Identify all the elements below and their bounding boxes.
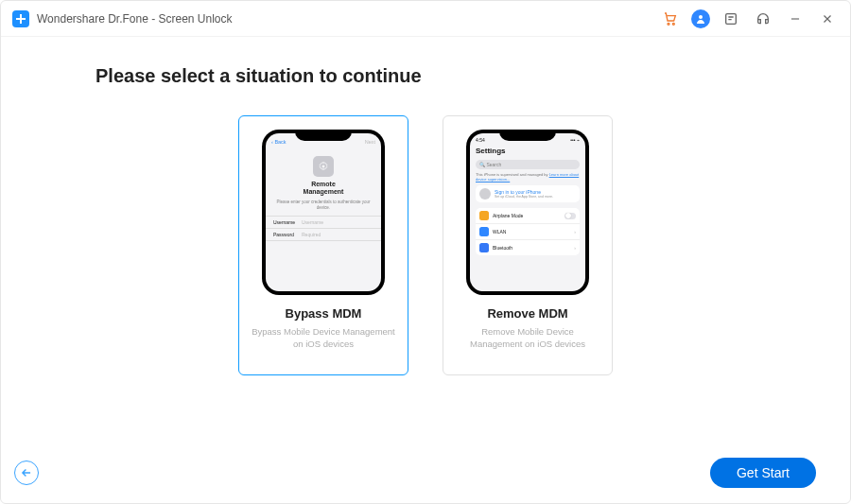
- card-bypass-mdm[interactable]: ‹ Back Next Remote Management Please ent…: [238, 115, 408, 375]
- page-heading: Please select a situation to continue: [96, 65, 793, 87]
- phone-mock-remove: 4:54 ••• ⌁ Settings 🔍 Search This iPhone…: [466, 130, 589, 295]
- get-start-button[interactable]: Get Start: [710, 458, 816, 488]
- settings-search: 🔍 Search: [476, 160, 580, 169]
- status-icons: ••• ⌁: [570, 137, 580, 143]
- card-remove-mdm[interactable]: 4:54 ••• ⌁ Settings 🔍 Search This iPhone…: [443, 115, 613, 375]
- list-item: Bluetooth ›: [476, 240, 580, 255]
- window-title: Wondershare Dr.Fone - Screen Unlock: [37, 12, 233, 26]
- rm-title: Remote Management: [266, 181, 381, 197]
- settings-list: Airplane Mode WLAN › Bluetooth: [476, 208, 580, 255]
- app-logo-icon: [12, 10, 29, 27]
- svg-point-3: [672, 23, 674, 25]
- airplane-icon: [479, 211, 489, 220]
- svg-point-2: [668, 23, 669, 25]
- back-button[interactable]: [14, 461, 39, 485]
- toggle-icon: [564, 213, 576, 219]
- list-item: Airplane Mode: [476, 208, 580, 224]
- password-placeholder: Required: [302, 232, 321, 237]
- phone-next-label: Next: [365, 139, 375, 145]
- supervision-info: This iPhone is supervised and managed by…: [476, 172, 580, 182]
- svg-rect-1: [16, 18, 26, 20]
- status-time: 4:54: [476, 137, 485, 143]
- username-label: Username: [273, 219, 302, 225]
- chevron-right-icon: ›: [574, 229, 576, 235]
- password-label: Password: [273, 232, 302, 237]
- bluetooth-icon: [479, 243, 489, 252]
- rm-subtext: Please enter your credentials to authent…: [273, 200, 373, 211]
- cart-icon[interactable]: [659, 8, 682, 30]
- support-icon[interactable]: [752, 8, 774, 30]
- card-desc-remove: Remove Mobile Device Management on iOS d…: [455, 325, 600, 351]
- chevron-right-icon: ›: [574, 245, 576, 251]
- footer: Get Start: [1, 443, 850, 503]
- wlan-icon: [479, 227, 489, 236]
- svg-point-4: [699, 15, 703, 19]
- titlebar: Wondershare Dr.Fone - Screen Unlock: [1, 1, 850, 37]
- settings-heading: Settings: [470, 145, 585, 157]
- username-placeholder: Username: [302, 219, 323, 225]
- card-title-remove: Remove MDM: [487, 306, 567, 321]
- list-item: WLAN ›: [476, 224, 580, 240]
- close-icon[interactable]: [816, 8, 839, 30]
- feedback-icon[interactable]: [720, 8, 742, 30]
- avatar-icon: [479, 188, 491, 200]
- app-window: Wondershare Dr.Fone - Screen Unlock Plea…: [0, 0, 851, 504]
- phone-mock-bypass: ‹ Back Next Remote Management Please ent…: [262, 130, 385, 295]
- phone-back-label: ‹ Back: [271, 139, 287, 145]
- svg-point-6: [322, 165, 325, 168]
- option-cards: ‹ Back Next Remote Management Please ent…: [58, 115, 793, 375]
- signin-sub: Set up iCloud, the App Store, and more.: [495, 195, 553, 199]
- card-desc-bypass: Bypass Mobile Device Management on iOS d…: [251, 325, 396, 351]
- gear-icon: [313, 156, 334, 177]
- account-icon[interactable]: [691, 9, 710, 28]
- minimize-icon[interactable]: [784, 8, 807, 30]
- card-title-bypass: Bypass MDM: [286, 306, 362, 321]
- signin-row: Sign in to your iPhone Set up iCloud, th…: [476, 185, 580, 202]
- content-area: Please select a situation to continue ‹ …: [1, 37, 850, 443]
